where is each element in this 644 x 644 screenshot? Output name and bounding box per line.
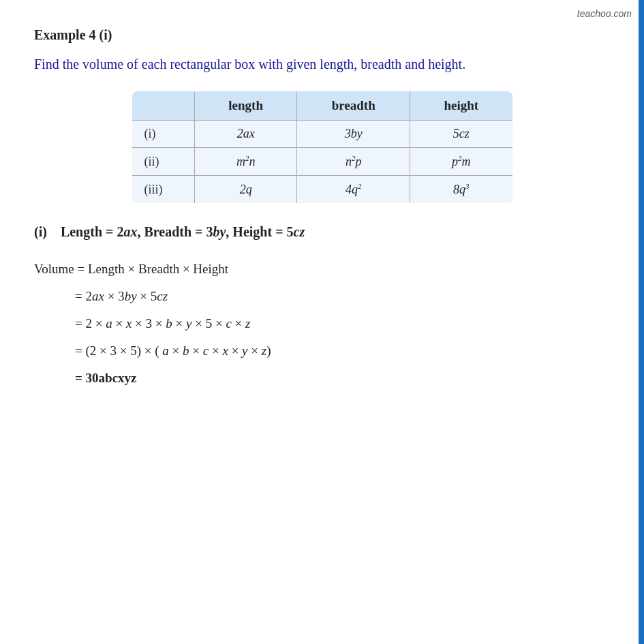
row-ii-breadth: n2p [297,148,410,176]
table-row: (i) 2ax 3by 5cz [132,121,512,148]
solution-i-heading: (i) Length = 2ax, Breadth = 3by, Height … [34,224,610,240]
row-ii-height: p2m [410,148,512,176]
data-table: length breadth height (i) 2ax 3by 5cz (i… [132,91,513,204]
col-header-length: length [195,91,297,121]
row-iii-height: 8q3 [410,176,512,204]
col-header-breadth: breadth [297,91,410,121]
volume-line-4: = (2 × 3 × 5) × ( a × b × c × x × y × z) [75,338,610,364]
row-ii-length: m2n [195,148,297,176]
solution-block-i: Volume = Length × Breadth × Height = 2ax… [34,256,610,391]
row-label-i: (i) [132,121,195,148]
col-header-height: height [410,91,512,121]
col-header-empty [132,91,195,121]
row-i-length: 2ax [195,121,297,148]
table-row: (ii) m2n n2p p2m [132,148,512,176]
question-text: Find the volume of each rectangular box … [34,54,610,74]
volume-answer: = 30abcxyz [75,365,610,391]
example-title: Example 4 (i) [34,27,610,43]
row-label-iii: (iii) [132,176,195,204]
row-i-breadth: 3by [297,121,410,148]
volume-line-2: = 2ax × 3by × 5cz [75,283,610,309]
accent-bar [639,0,644,644]
table-wrapper: length breadth height (i) 2ax 3by 5cz (i… [34,91,610,204]
brand-label: teachoo.com [577,8,632,19]
row-iii-breadth: 4q2 [297,176,410,204]
volume-line-3: = 2 × a × x × 3 × b × y × 5 × c × z [75,311,610,337]
table-row: (iii) 2q 4q2 8q3 [132,176,512,204]
volume-line-1: Volume = Length × Breadth × Height [34,256,610,282]
solution-i-heading-text: Length = 2ax, Breadth = 3by, Height = 5c… [61,224,305,239]
row-label-ii: (ii) [132,148,195,176]
row-i-height: 5cz [410,121,512,148]
row-iii-length: 2q [195,176,297,204]
